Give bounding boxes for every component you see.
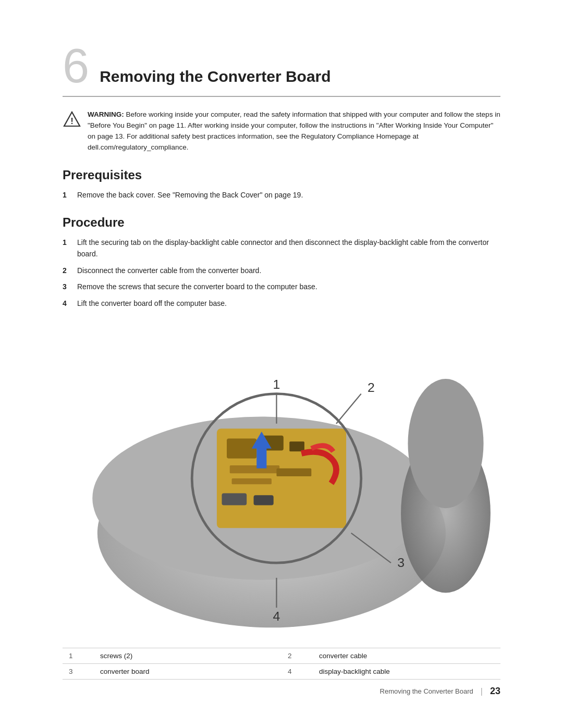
item-text: Remove the back cover. See "Removing the… — [77, 190, 500, 201]
prerequisites-list: 1 Remove the back cover. See "Removing t… — [63, 190, 500, 201]
part-label: display-backlight cable — [313, 663, 500, 679]
part-num: 2 — [282, 648, 313, 663]
part-label: converter board — [94, 663, 282, 679]
chapter-header: 6 Removing the Converter Board — [63, 42, 500, 97]
item-text: Disconnect the converter cable from the … — [77, 265, 500, 277]
svg-rect-10 — [289, 441, 304, 451]
svg-line-20 — [336, 393, 361, 423]
warning-label: WARNING: — [88, 110, 124, 118]
svg-rect-11 — [230, 465, 279, 473]
item-text: Remove the screws that secure the conver… — [77, 281, 500, 293]
list-item: 1 Remove the back cover. See "Removing t… — [63, 190, 500, 201]
procedure-heading: Procedure — [63, 215, 500, 230]
svg-rect-12 — [232, 478, 272, 484]
svg-text:!: ! — [70, 116, 74, 126]
page: 6 Removing the Converter Board ! WARNING… — [0, 0, 563, 728]
part-num: 1 — [63, 648, 94, 663]
svg-rect-16 — [254, 495, 274, 505]
svg-text:2: 2 — [368, 380, 375, 394]
svg-point-6 — [408, 379, 483, 508]
part-num: 4 — [282, 663, 313, 679]
diagram-container: 1 2 3 4 1 screws (2) 2 converter cable 3… — [63, 324, 500, 680]
chapter-title: Removing the Converter Board — [100, 68, 331, 90]
footer-chapter-label: Removing the Converter Board — [380, 687, 473, 695]
warning-text: WARNING: Before working inside your comp… — [88, 109, 500, 153]
warning-box: ! WARNING: Before working inside your co… — [63, 109, 500, 153]
warning-icon: ! — [63, 110, 81, 129]
procedure-list: 1 Lift the securing tab on the display-b… — [63, 237, 500, 309]
warning-body: Before working inside your computer, rea… — [88, 110, 500, 151]
page-footer: Removing the Converter Board | 23 — [63, 686, 500, 697]
list-item: 2 Disconnect the converter cable from th… — [63, 265, 500, 277]
list-item: 3 Remove the screws that secure the conv… — [63, 281, 500, 293]
svg-text:4: 4 — [273, 609, 280, 623]
item-num: 4 — [63, 298, 77, 310]
table-row: 1 screws (2) 2 converter cable — [63, 648, 500, 663]
footer-divider: | — [481, 687, 483, 696]
part-num: 3 — [63, 663, 94, 679]
prerequisites-heading: Prerequisites — [63, 168, 500, 182]
item-text: Lift the converter board off the compute… — [77, 298, 500, 310]
chapter-number: 6 — [63, 42, 89, 90]
svg-text:1: 1 — [273, 377, 280, 391]
footer-page-number: 23 — [490, 686, 500, 697]
svg-rect-13 — [276, 468, 311, 476]
item-num: 2 — [63, 265, 77, 277]
part-label: screws (2) — [94, 648, 282, 663]
list-item: 4 Lift the converter board off the compu… — [63, 298, 500, 310]
part-label: converter cable — [313, 648, 500, 663]
item-num: 1 — [63, 190, 77, 201]
item-num: 1 — [63, 237, 77, 249]
svg-rect-15 — [222, 493, 247, 505]
diagram-svg: 1 2 3 4 — [63, 324, 500, 643]
table-row: 3 converter board 4 display-backlight ca… — [63, 663, 500, 679]
list-item: 1 Lift the securing tab on the display-b… — [63, 237, 500, 260]
item-text: Lift the securing tab on the display-bac… — [77, 237, 500, 260]
svg-text:3: 3 — [397, 556, 405, 570]
parts-table: 1 screws (2) 2 converter cable 3 convert… — [63, 648, 500, 680]
item-num: 3 — [63, 281, 77, 293]
